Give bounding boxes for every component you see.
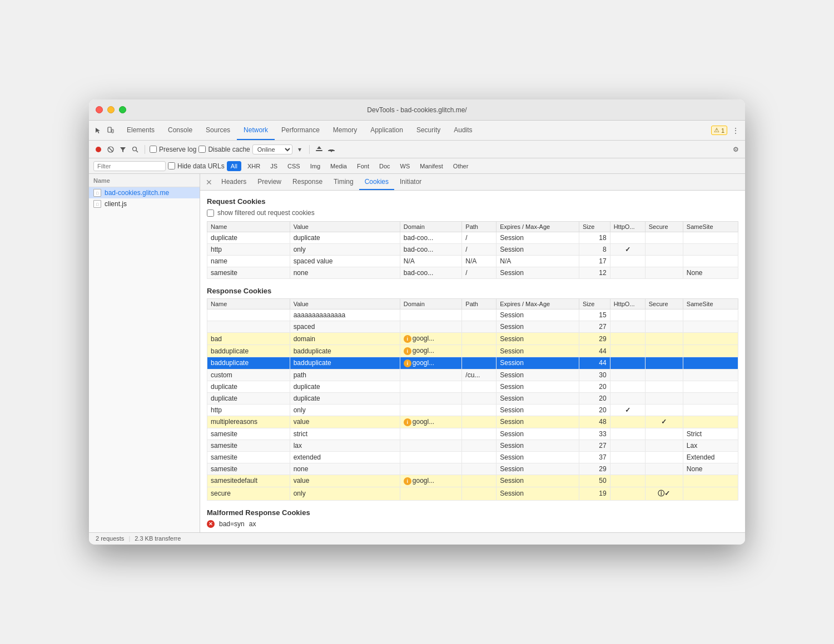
table-row[interactable]: samesitelaxSession27Lax <box>207 440 738 451</box>
error-icon: ✕ <box>207 520 215 528</box>
filter-doc-btn[interactable]: Doc <box>375 161 394 171</box>
svg-line-4 <box>108 147 113 152</box>
tab-security[interactable]: Security <box>410 121 447 140</box>
throttle-dropdown-icon[interactable]: ▾ <box>295 144 305 154</box>
res-col-header-name: Name <box>207 299 290 309</box>
filter-font-btn[interactable]: Font <box>353 161 373 171</box>
table-row[interactable]: aaaaaaaaaaaaaaSession15 <box>207 309 738 321</box>
sidebar-item-client-js[interactable]: □ client.js <box>89 198 200 209</box>
malformed-item-0: bad=syn <box>219 520 245 528</box>
tab-network[interactable]: Network <box>237 121 275 140</box>
filter-img-btn[interactable]: Img <box>306 161 324 171</box>
tab-console[interactable]: Console <box>161 121 199 140</box>
preserve-log-group: Preserve log <box>150 146 196 153</box>
filter-other-btn[interactable]: Other <box>449 161 473 171</box>
filter-js-btn[interactable]: JS <box>266 161 281 171</box>
tab-memory[interactable]: Memory <box>326 121 364 140</box>
hide-data-urls-checkbox[interactable] <box>168 162 175 169</box>
search-icon[interactable] <box>130 144 140 154</box>
filter-input[interactable] <box>93 161 166 171</box>
preserve-log-checkbox[interactable] <box>150 146 157 153</box>
table-row[interactable]: spacedSession27 <box>207 321 738 333</box>
requests-count: 2 requests <box>96 535 124 542</box>
svg-point-2 <box>96 147 101 152</box>
minimize-button[interactable] <box>107 106 115 113</box>
filter-css-btn[interactable]: CSS <box>284 161 304 171</box>
table-row[interactable]: badduplicatebadduplicateigoogl...Session… <box>207 357 738 370</box>
col-header-samesite: SameSite <box>683 222 738 232</box>
preserve-log-label: Preserve log <box>159 146 196 153</box>
res-col-header-secure: Secure <box>645 299 683 309</box>
table-row[interactable]: baddomainigoogl...Session29 <box>207 333 738 345</box>
filter-bar: Hide data URLs All XHR JS CSS Img Media … <box>89 158 745 174</box>
devtools-tab-bar: Elements Console Sources Network Perform… <box>89 121 745 141</box>
tab-initiator[interactable]: Initiator <box>394 174 427 190</box>
table-row[interactable]: secureonlySession19ⓘ✓ <box>207 487 738 500</box>
disable-cache-checkbox[interactable] <box>198 146 206 153</box>
close-button[interactable] <box>96 106 103 113</box>
filter-icon[interactable] <box>118 144 128 154</box>
tab-audits[interactable]: Audits <box>447 121 479 140</box>
upload-icon[interactable] <box>314 144 324 154</box>
filter-ws-btn[interactable]: WS <box>396 161 414 171</box>
show-filtered-group: show filtered out request cookies <box>207 209 738 217</box>
filter-media-btn[interactable]: Media <box>326 161 351 171</box>
svg-rect-0 <box>108 127 111 132</box>
tab-response[interactable]: Response <box>287 174 328 190</box>
col-header-name: Name <box>207 222 290 232</box>
col-header-path: Path <box>462 222 497 232</box>
js-file-icon: □ <box>93 200 101 208</box>
tab-elements[interactable]: Elements <box>120 121 161 140</box>
download-icon[interactable] <box>326 144 336 154</box>
svg-line-6 <box>136 151 138 152</box>
disable-cache-label: Disable cache <box>208 146 250 153</box>
table-row[interactable]: custompath/cu...Session30 <box>207 369 738 381</box>
main-area: Name □ bad-cookies.glitch.me □ client.js… <box>89 174 745 532</box>
table-row[interactable]: duplicateduplicatebad-coo.../Session18 <box>207 232 738 244</box>
tab-preview[interactable]: Preview <box>252 174 287 190</box>
device-icon[interactable] <box>106 126 116 136</box>
table-row[interactable]: samesiteextendedSession37Extended <box>207 451 738 463</box>
table-row[interactable]: samesitedefaultvalueigoogl...Session50 <box>207 475 738 487</box>
tab-application[interactable]: Application <box>364 121 410 140</box>
table-row[interactable]: namespaced valueN/AN/AN/A17 <box>207 256 738 267</box>
network-throttle-select[interactable]: Online Fast 3G Slow 3G Offline <box>252 144 292 154</box>
table-row[interactable]: duplicateduplicateSession20 <box>207 392 738 404</box>
transfer-size: 2.3 KB transferre <box>135 535 181 542</box>
record-button[interactable] <box>93 144 103 154</box>
table-row[interactable]: multiplereasonsvalueigoogl...Session48✓ <box>207 416 738 428</box>
settings-icon[interactable]: ⚙ <box>731 144 741 154</box>
panel-close-btn[interactable]: ✕ <box>205 178 214 187</box>
cursor-icon[interactable] <box>93 126 103 136</box>
statusbar: 2 requests | 2.3 KB transferre <box>89 532 745 545</box>
tab-sources[interactable]: Sources <box>199 121 237 140</box>
filter-all-btn[interactable]: All <box>227 161 241 171</box>
svg-rect-7 <box>316 150 322 151</box>
table-row[interactable]: badduplicatebadduplicateigoogl...Session… <box>207 345 738 357</box>
table-row[interactable]: httponlybad-coo.../Session8✓ <box>207 244 738 256</box>
table-row[interactable]: samesitestrictSession33Strict <box>207 428 738 440</box>
table-row[interactable]: httponlySession20✓ <box>207 404 738 416</box>
request-cookies-table: Name Value Domain Path Expires / Max-Age… <box>207 221 738 279</box>
clear-button[interactable] <box>106 144 116 154</box>
table-row[interactable]: samesitenoneSession29None <box>207 463 738 475</box>
show-filtered-checkbox[interactable] <box>207 209 214 217</box>
tab-headers[interactable]: Headers <box>216 174 252 190</box>
more-options-icon[interactable]: ⋮ <box>731 126 741 136</box>
html-file-icon: □ <box>93 189 101 197</box>
tab-cookies[interactable]: Cookies <box>359 174 394 190</box>
col-header-size: Size <box>579 222 610 232</box>
svg-point-5 <box>133 147 137 151</box>
sidebar-item-label: client.js <box>105 200 127 208</box>
tab-performance[interactable]: Performance <box>275 121 326 140</box>
svg-marker-8 <box>317 146 321 149</box>
filter-manifest-btn[interactable]: Manifest <box>416 161 447 171</box>
tab-timing[interactable]: Timing <box>328 174 359 190</box>
maximize-button[interactable] <box>119 106 126 113</box>
filter-xhr-btn[interactable]: XHR <box>244 161 264 171</box>
devtools-window: DevTools - bad-cookies.glitch.me/ Elemen… <box>89 99 745 544</box>
table-row[interactable]: samesitenonebad-coo.../Session12None <box>207 267 738 279</box>
col-header-expires: Expires / Max-Age <box>497 222 579 232</box>
sidebar-item-bad-cookies[interactable]: □ bad-cookies.glitch.me <box>89 187 200 198</box>
table-row[interactable]: duplicateduplicateSession20 <box>207 381 738 392</box>
